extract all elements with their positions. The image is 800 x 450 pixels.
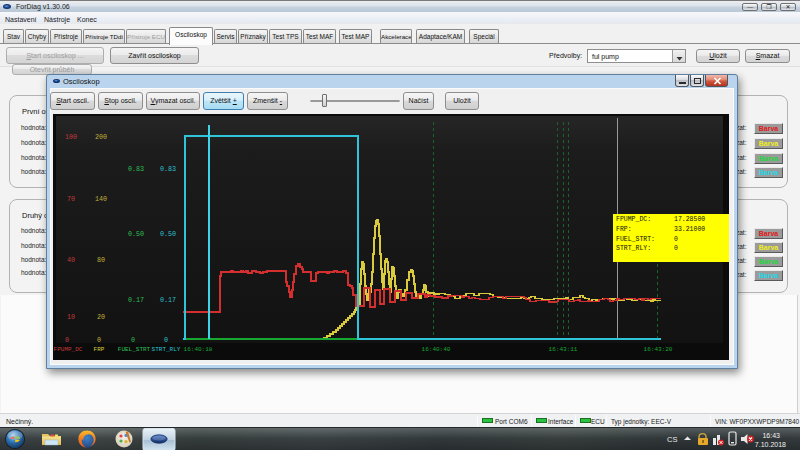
svg-text:70: 70 bbox=[67, 195, 75, 203]
svg-text:0.50: 0.50 bbox=[128, 230, 144, 238]
svg-text:16:43:20: 16:43:20 bbox=[644, 346, 673, 353]
svg-text:0.17: 0.17 bbox=[128, 296, 144, 304]
svg-text:STRT_RLY: STRT_RLY bbox=[152, 346, 181, 353]
svg-text:FUEL_STRT:: FUEL_STRT: bbox=[616, 236, 655, 243]
svg-text:0: 0 bbox=[674, 236, 678, 243]
svg-text:0.83: 0.83 bbox=[128, 165, 144, 173]
svg-text:140: 140 bbox=[95, 195, 107, 203]
svg-text:FPUMP_DC: FPUMP_DC bbox=[54, 346, 83, 353]
svg-text:STRT_RLY:: STRT_RLY: bbox=[616, 245, 651, 252]
svg-text:40: 40 bbox=[67, 256, 75, 264]
svg-text:0.83: 0.83 bbox=[160, 165, 176, 173]
svg-text:FUEL_STRT: FUEL_STRT bbox=[118, 346, 151, 353]
svg-text:0: 0 bbox=[674, 245, 678, 252]
svg-text:CS: CS bbox=[667, 435, 677, 444]
svg-text:17.28500: 17.28500 bbox=[674, 216, 705, 223]
svg-text:16:43:11: 16:43:11 bbox=[549, 346, 578, 353]
svg-text:200: 200 bbox=[95, 133, 107, 141]
svg-text:0.17: 0.17 bbox=[160, 296, 176, 304]
svg-text:FRP: FRP bbox=[94, 346, 105, 353]
svg-text:80: 80 bbox=[97, 256, 105, 264]
svg-text:0: 0 bbox=[65, 336, 69, 344]
svg-text:0: 0 bbox=[97, 336, 101, 344]
svg-text:33.21000: 33.21000 bbox=[674, 226, 705, 233]
svg-text:16:43: 16:43 bbox=[762, 432, 780, 439]
svg-text:0.50: 0.50 bbox=[160, 230, 176, 238]
svg-text:0: 0 bbox=[131, 336, 135, 344]
svg-text:7.10.2018: 7.10.2018 bbox=[755, 441, 786, 448]
svg-text:16:40:40: 16:40:40 bbox=[422, 346, 451, 353]
svg-text:100: 100 bbox=[65, 133, 77, 141]
svg-text:20: 20 bbox=[97, 313, 105, 321]
svg-text:FRP:: FRP: bbox=[616, 226, 632, 233]
svg-text:FPUMP_DC:: FPUMP_DC: bbox=[616, 216, 651, 223]
svg-text:16:40:18: 16:40:18 bbox=[184, 346, 213, 353]
svg-text:10: 10 bbox=[67, 313, 75, 321]
svg-text:0: 0 bbox=[164, 336, 168, 344]
